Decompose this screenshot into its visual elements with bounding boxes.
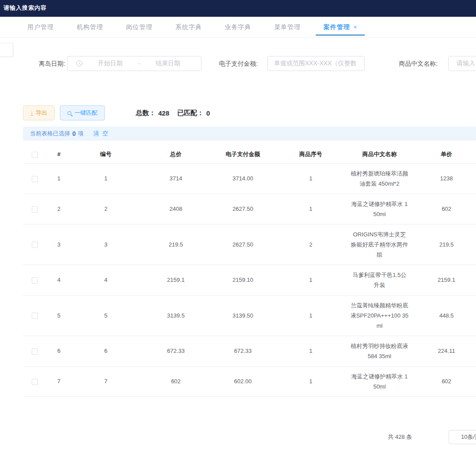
cell-seq: 1 xyxy=(275,194,347,224)
tab-用户管理[interactable]: 用户管理 xyxy=(16,17,65,37)
tab-label: 岗位管理 xyxy=(126,23,152,31)
selection-prefix: 当前表格已选择 xyxy=(30,130,70,138)
cell-seq: 1 xyxy=(275,396,347,399)
cell-product-name: 海蓝之谜修护精萃水 150ml xyxy=(347,194,412,224)
clear-selection-link[interactable]: 清 空 xyxy=(93,130,109,138)
cell-index: 7 xyxy=(47,366,71,396)
cell-seq: 1 xyxy=(275,163,347,194)
case-table: # 编号 总价 电子支付金额 商品序号 商品中文名称 单价 1 1 3714 3… xyxy=(23,146,476,399)
selection-info-bar: 当前表格已选择 0 项 清 空 xyxy=(23,127,476,141)
top-bar: 请输入搜索内容 xyxy=(0,0,476,17)
cell-price: 466.16 xyxy=(412,396,476,399)
cell-epay: 3714.00 xyxy=(211,163,275,194)
collapsed-panel-stub[interactable] xyxy=(0,43,13,57)
download-icon: ↓ xyxy=(30,110,33,116)
cell-code: 4 xyxy=(71,265,141,295)
cell-epay: 2627.50 xyxy=(211,224,275,265)
tab-岗位管理[interactable]: 岗位管理 xyxy=(115,17,164,37)
select-all-checkbox[interactable] xyxy=(32,152,38,158)
date-range-input[interactable]: 开始日期 - 结束日期 xyxy=(67,56,201,71)
cell-epay: 602.00 xyxy=(211,366,275,396)
selection-count: 0 xyxy=(72,130,76,137)
table-row: 1 1 3714 3714.00 1 植村秀新琥珀臻萃洁颜油套装 450ml*2… xyxy=(23,163,476,194)
table-body: 1 1 3714 3714.00 1 植村秀新琥珀臻萃洁颜油套装 450ml*2… xyxy=(23,163,476,399)
cell-index: 6 xyxy=(47,336,71,366)
tab-案件管理[interactable]: 案件管理 × xyxy=(312,17,368,37)
cell-product-name: 植村秀羽纱持妆粉底液 584 35ml xyxy=(347,336,412,366)
cell-product-name: ORIGINS韦博士灵芝焕能好底子精华水两件组 xyxy=(347,224,412,265)
cell-total: 672.33 xyxy=(141,336,211,366)
cell-code: 5 xyxy=(71,295,141,336)
cell-product-name: 卡诗菁纯亮泽经典香氛 xyxy=(347,396,412,399)
tab-系统字典[interactable]: 系统字典 xyxy=(164,17,213,37)
table-row: 5 5 3139.5 3139.50 1 兰蔻菁纯臻颜精华粉底液SPF20PA+… xyxy=(23,295,476,336)
row-checkbox[interactable] xyxy=(32,242,38,248)
cell-index: 1 xyxy=(47,163,71,194)
col-header-name: 商品中文名称 xyxy=(347,146,412,163)
row-checkbox[interactable] xyxy=(32,348,38,355)
row-checkbox[interactable] xyxy=(32,206,38,213)
product-name-input[interactable]: 请输入 xyxy=(448,56,476,71)
cell-price: 2159.1 xyxy=(412,265,476,295)
table-row: 7 7 602 602.00 1 海蓝之谜修护精萃水 150ml 602 xyxy=(23,366,476,396)
cell-seq: 1 xyxy=(275,336,347,366)
pagination-total: 共 428 条 xyxy=(388,430,412,444)
cell-index: 2 xyxy=(47,194,71,224)
tab-bar: 用户管理 机构管理 岗位管理 系统字典 业务字典 菜单管理 案件管理 × xyxy=(0,17,476,38)
amount-placeholder: 单值或范围XXX-XXX（仅整数 xyxy=(274,60,357,67)
tab-业务字典[interactable]: 业务字典 xyxy=(213,17,263,37)
col-header-total: 总价 xyxy=(141,146,211,163)
cell-index: 3 xyxy=(47,224,71,265)
table-row: 3 3 219.5 2627.50 2 ORIGINS韦博士灵芝焕能好底子精华水… xyxy=(23,224,476,265)
cell-seq: 1 xyxy=(275,265,347,295)
cell-product-name: 海蓝之谜修护精萃水 150ml xyxy=(347,366,412,396)
row-checkbox[interactable] xyxy=(32,277,38,284)
total-count-label: 总数： xyxy=(136,109,156,117)
row-checkbox[interactable] xyxy=(32,379,38,385)
cell-price: 602 xyxy=(412,194,476,224)
global-search-input[interactable]: 请输入搜索内容 xyxy=(4,4,47,12)
page-size-select[interactable]: 10条/页 xyxy=(449,430,476,444)
amount-input[interactable]: 单值或范围XXX-XXX（仅整数 xyxy=(268,56,364,71)
match-button-label: 一键匹配 xyxy=(74,109,97,117)
pagination-bar: 共 428 条 10条/页 xyxy=(0,430,476,444)
cell-seq: 1 xyxy=(275,366,347,396)
one-click-match-button[interactable]: 一键匹配 xyxy=(60,105,105,120)
cell-code: 3 xyxy=(71,224,141,265)
tab-close-icon[interactable]: × xyxy=(353,24,357,30)
cell-code: 6 xyxy=(71,336,141,366)
cell-epay: 1398.48 xyxy=(211,396,275,399)
date-end-placeholder[interactable]: 结束日期 xyxy=(140,60,196,67)
cell-product-name: 马爹利蓝带干邑1.5公升装 xyxy=(347,265,412,295)
tab-label: 用户管理 xyxy=(27,23,54,31)
cell-total: 602 xyxy=(141,366,211,396)
col-header-epay: 电子支付金额 xyxy=(211,146,275,163)
clock-icon xyxy=(76,60,82,67)
cell-total: 219.5 xyxy=(141,224,211,265)
cell-code: 7 xyxy=(71,366,141,396)
cell-code: 2 xyxy=(71,194,141,224)
total-count-value: 428 xyxy=(158,109,169,117)
cell-epay: 3139.50 xyxy=(211,295,275,336)
cell-code: 1 xyxy=(71,163,141,194)
cell-epay: 2627.50 xyxy=(211,194,275,224)
cell-total: 2408 xyxy=(141,194,211,224)
cell-total: 1398.48 xyxy=(141,396,211,399)
filter-row: 离岛日期: 开始日期 - 结束日期 电子支付金额: 单值或范围XXX-XXX（仅… xyxy=(0,56,476,71)
select-all-cell xyxy=(23,146,47,163)
cell-price: 219.5 xyxy=(412,224,476,265)
tab-机构管理[interactable]: 机构管理 xyxy=(65,17,115,37)
record-counts: 总数： 428 已匹配： 0 xyxy=(136,109,210,117)
row-checkbox[interactable] xyxy=(32,176,38,182)
table-row: 4 4 2159.1 2159.10 1 马爹利蓝带干邑1.5公升装 2159.… xyxy=(23,265,476,295)
col-header-seq: 商品序号 xyxy=(275,146,347,163)
cell-product-name: 植村秀新琥珀臻萃洁颜油套装 450ml*2 xyxy=(347,163,412,194)
tab-label: 菜单管理 xyxy=(274,23,301,31)
tab-菜单管理[interactable]: 菜单管理 xyxy=(263,17,312,37)
date-start-placeholder[interactable]: 开始日期 xyxy=(82,60,138,67)
export-button[interactable]: ↓ 导出 xyxy=(23,105,55,120)
row-checkbox[interactable] xyxy=(32,313,38,319)
cell-total: 3714 xyxy=(141,163,211,194)
date-filter-label: 离岛日期: xyxy=(39,56,65,71)
selection-suffix: 项 xyxy=(78,130,84,138)
